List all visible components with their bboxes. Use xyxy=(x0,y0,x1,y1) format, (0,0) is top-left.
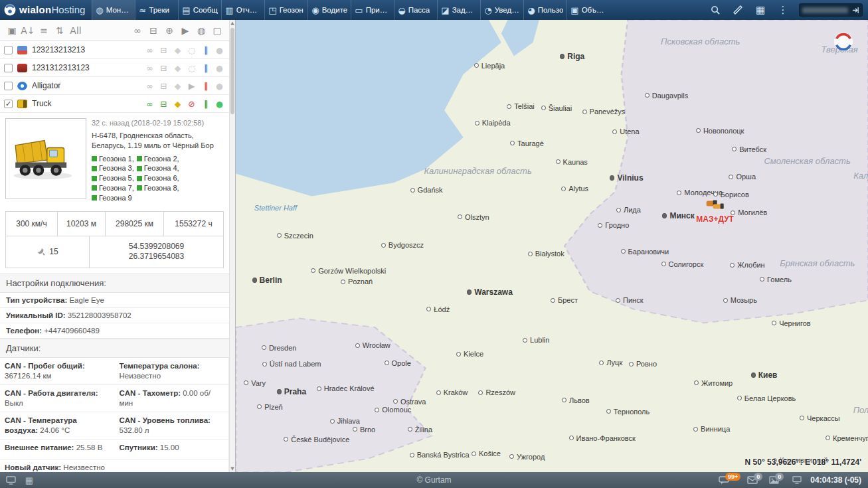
sensor-cell: CAN - Тахометр: 0.00 об/мин xyxy=(115,385,230,412)
wialon-logo-icon xyxy=(4,4,16,16)
map-place-label: Брест xyxy=(551,296,578,304)
geozone-item[interactable]: Геозона 6 xyxy=(137,173,179,183)
unit-checkbox[interactable] xyxy=(4,100,13,108)
kebab-menu-icon[interactable]: ⋮ xyxy=(776,3,790,17)
scroll-down-icon[interactable]: ▼ xyxy=(230,466,235,471)
map-place-label: Kielce xyxy=(456,350,483,358)
tab-icon: ≈ xyxy=(139,5,146,15)
tab-drivers[interactable]: ◉ Водите xyxy=(307,0,351,20)
unit-row[interactable]: 1231312313123 ∞ ⊟ ◆ ◌ ‖ ● xyxy=(0,59,229,77)
tab-icon: ◔ xyxy=(484,5,491,15)
search-icon[interactable] xyxy=(709,3,722,17)
tab-monitoring[interactable]: ◍ Монито xyxy=(92,0,135,20)
stat-altitude: 10203 м xyxy=(58,212,106,236)
sort-az-icon[interactable]: A↓ xyxy=(20,25,36,36)
geozone-item[interactable]: Геозона 8 xyxy=(137,183,179,193)
map-place-label: Винница xyxy=(693,425,730,433)
unit-marker[interactable]: МАЗ+ДУТ xyxy=(696,199,734,224)
sort-filter-icon[interactable]: ⇅ xyxy=(52,25,68,36)
tab-users[interactable]: ◕ Пользо xyxy=(523,0,566,20)
tab-jobs[interactable]: ◪ Задани xyxy=(437,0,480,20)
coord-lat: 54.5399208069 xyxy=(129,242,184,252)
connection-value: +447409660489 xyxy=(44,327,99,335)
geozone-item[interactable]: Геозона 7 xyxy=(92,183,134,193)
show-all-icon[interactable]: All xyxy=(68,25,84,36)
map[interactable]: Riga Псковская область Тверская Liepāja xyxy=(236,20,868,472)
mail-count-badge: 0 xyxy=(754,473,762,481)
selection-mode-icon[interactable]: ▣ xyxy=(4,25,20,36)
unit-row[interactable]: 123213213213 ∞ ⊟ ◆ ◌ ‖ ● xyxy=(0,41,229,59)
tab-units[interactable]: ▣ Объект xyxy=(566,0,610,20)
map-place-label: Минск xyxy=(662,211,694,220)
unit-name[interactable]: Truck xyxy=(32,99,143,108)
geozone-item[interactable]: Геозона 9 xyxy=(92,193,132,203)
geozone-item[interactable]: Геозона 3 xyxy=(92,163,134,173)
scroll-up-icon[interactable]: ▲ xyxy=(230,21,235,26)
map-place-label: Ужгород xyxy=(509,453,545,461)
tab-reports[interactable]: ▥ Отчеты xyxy=(221,0,264,20)
tab-label: Сообщ xyxy=(193,6,218,14)
connection-label: Уникальный ID: xyxy=(6,311,66,319)
scrollbar-thumb[interactable] xyxy=(230,28,234,114)
geozone-item[interactable]: Геозона 1 xyxy=(92,154,134,164)
apps-grid-icon[interactable]: ▦ xyxy=(754,3,767,17)
unit-row[interactable]: Alligator ∞ ⊟ ◆ ▶ ‖ ● xyxy=(0,77,229,95)
map-place-label: Ровно xyxy=(629,360,657,368)
unit-checkbox[interactable] xyxy=(4,64,13,72)
bottom-panel-icon[interactable] xyxy=(4,474,17,486)
user-account-box[interactable] xyxy=(799,3,863,17)
unit-stats-table: 300 км/ч 10203 м 298025 км 1553272 ч 15 xyxy=(5,211,224,268)
sensor-cell: CAN - Работа двигателя: Выкл xyxy=(0,385,115,412)
tab-label: Отчеты xyxy=(236,6,262,14)
unit-name[interactable]: Alligator xyxy=(32,81,143,90)
map-place-label: Olsztyn xyxy=(458,213,489,221)
unit-photo[interactable] xyxy=(5,118,86,199)
trailer-column-icon[interactable]: ⊟ xyxy=(145,25,161,36)
sidebar-scrollbar[interactable]: ▲ ▼ xyxy=(229,20,235,472)
map-place-label: Киев xyxy=(751,370,778,380)
unit-name[interactable]: 1231312313123 xyxy=(32,63,143,72)
unit-name[interactable]: 123213213213 xyxy=(32,45,143,54)
unit-checkbox[interactable] xyxy=(4,82,13,90)
tab-trailers[interactable]: ▭ Прицеп xyxy=(351,0,394,20)
unit-direction-icon: ▶ xyxy=(185,81,199,91)
tab-tracks[interactable]: ≈ Треки xyxy=(135,0,178,20)
tab-geofences[interactable]: ◳ Геозон xyxy=(264,0,307,20)
direction-column-icon[interactable]: ▶ xyxy=(177,25,193,36)
tab-passengers[interactable]: ◒ Пасса xyxy=(394,0,437,20)
mail-button[interactable]: 0 xyxy=(747,476,762,484)
list-view-icon[interactable]: ≡ xyxy=(36,25,52,36)
map-place-label: Брянская область xyxy=(780,258,855,268)
connection-row: Уникальный ID: 352128003958702 xyxy=(0,308,229,323)
monitor-status-icon[interactable] xyxy=(790,474,804,486)
tab-label: Геозон xyxy=(280,6,304,14)
signal-column-icon[interactable]: ◍ xyxy=(193,25,209,36)
notifications-messages-button[interactable]: 99+ xyxy=(719,476,740,485)
ruler-tool-icon[interactable] xyxy=(731,3,744,17)
monitor-column-icon[interactable]: ▢ xyxy=(209,25,225,36)
unit-row[interactable]: Truck ∞ ⊟ ◆ ⊘ ‖ ● xyxy=(0,95,229,113)
location-column-icon[interactable]: ⊕ xyxy=(161,25,177,36)
truck-cluster-icon xyxy=(705,199,725,211)
logout-icon[interactable] xyxy=(852,7,859,14)
media-count-badge: 0 xyxy=(775,473,784,481)
map-place-label: Vary xyxy=(244,379,266,387)
unit-list: 123213213213 ∞ ⊟ ◆ ◌ ‖ ● 1231312313 xyxy=(0,41,229,113)
bottom-grid-icon[interactable]: ▦ xyxy=(23,474,36,486)
unit-connection-icon: ∞ xyxy=(143,99,157,109)
map-place-label: Alytus xyxy=(561,185,588,193)
geozone-item[interactable]: Геозона 5 xyxy=(92,173,134,183)
unit-checkbox[interactable] xyxy=(4,46,13,54)
tab-notifications[interactable]: ◔ Уведом xyxy=(480,0,523,20)
sensor-value: 25.58 В xyxy=(76,444,103,451)
geozone-item[interactable]: Геозона 4 xyxy=(137,163,179,173)
connection-column-icon[interactable]: ∞ xyxy=(130,25,145,36)
geozone-item[interactable]: Геозона 2 xyxy=(137,154,179,164)
connection-label: Телефон: xyxy=(6,327,42,335)
sensor-cell xyxy=(115,459,230,472)
map-place-label: Борисов xyxy=(713,191,749,199)
unit-details: 32 с. назад (2018-02-19 15:02:58) Н-6478… xyxy=(0,113,229,472)
media-button[interactable]: 0 xyxy=(769,476,784,484)
map-background xyxy=(236,20,868,472)
tab-messages[interactable]: ▤ Сообщ xyxy=(178,0,221,20)
